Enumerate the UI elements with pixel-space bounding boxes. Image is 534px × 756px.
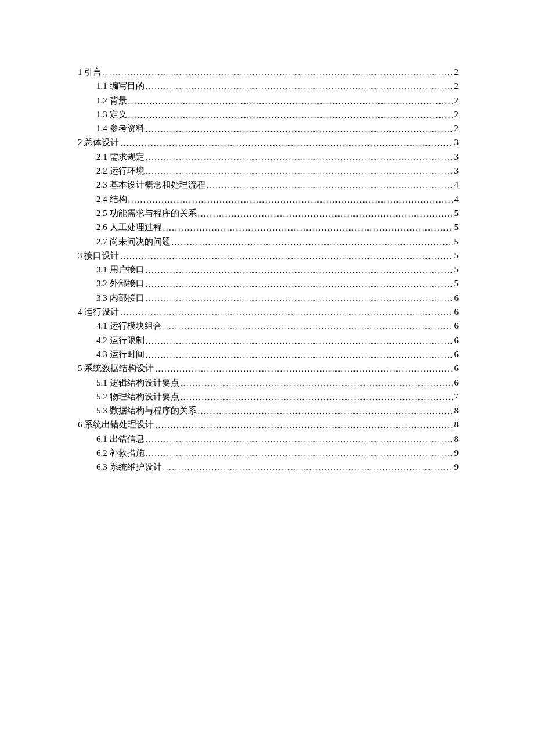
toc-entry: 1.1 编写目的2	[96, 79, 459, 93]
toc-entry-title: 2.6 人工处理过程	[96, 220, 162, 234]
toc-entry-page: 2	[454, 107, 459, 121]
toc-entry: 1.4 参考资料2	[96, 121, 459, 135]
toc-entry-title: 3.2 外部接口	[96, 276, 145, 290]
toc-entry-page: 3	[454, 150, 459, 164]
toc-leader-dots	[120, 249, 453, 263]
toc-entry-title: 2.2 运行环境	[96, 164, 145, 178]
toc-entry-title: 5.1 逻辑结构设计要点	[96, 376, 179, 390]
toc-leader-dots	[128, 108, 453, 122]
toc-entry-page: 2	[454, 93, 459, 107]
toc-entry-page: 8	[454, 432, 459, 446]
toc-entry-title: 2.4 结构	[96, 192, 127, 206]
toc-leader-dots	[146, 291, 453, 305]
toc-entry-title: 3.3 内部接口	[96, 291, 145, 305]
toc-leader-dots	[146, 447, 453, 460]
toc-leader-dots	[181, 390, 453, 404]
toc-entry: 2 总体设计3	[78, 135, 459, 149]
toc-entry: 5.3 数据结构与程序的关系8	[96, 404, 459, 417]
toc-leader-dots	[103, 66, 453, 80]
toc-entry-title: 2.3 基本设计概念和处理流程	[96, 178, 205, 192]
toc-entry-page: 6	[454, 291, 459, 305]
toc-entry-page: 4	[454, 192, 459, 206]
toc-leader-dots	[198, 207, 453, 221]
toc-entry-title: 6 系统出错处理设计	[78, 417, 154, 431]
toc-entry: 6.2 补救措施9	[96, 446, 459, 460]
toc-leader-dots	[146, 433, 453, 447]
toc-entry-title: 1.1 编写目的	[96, 79, 145, 93]
toc-entry-title: 6.1 出错信息	[96, 432, 145, 446]
toc-entry-page: 5	[454, 220, 459, 234]
toc-leader-dots	[146, 263, 453, 277]
toc-entry: 5.2 物理结构设计要点7	[96, 390, 459, 404]
toc-entry: 5 系统数据结构设计6	[78, 361, 459, 375]
toc-entry: 3 接口设计5	[78, 249, 459, 262]
toc-leader-dots	[128, 193, 453, 207]
toc-leader-dots	[146, 150, 453, 164]
toc-entry: 4 运行设计6	[78, 305, 459, 319]
toc-entry-page: 2	[454, 79, 459, 93]
toc-entry-title: 4.3 运行时间	[96, 347, 145, 361]
toc-entry-title: 4.1 运行模块组合	[96, 319, 162, 333]
toc-entry-page: 8	[454, 404, 459, 417]
toc-entry: 6.1 出错信息8	[96, 432, 459, 446]
toc-entry-page: 9	[454, 460, 459, 474]
toc-entry-page: 6	[454, 333, 459, 347]
toc-leader-dots	[146, 80, 453, 93]
toc-entry: 5.1 逻辑结构设计要点6	[96, 376, 459, 390]
document-page: 1 引言21.1 编写目的21.2 背景21.3 定义21.4 参考资料22 总…	[0, 0, 534, 474]
toc-leader-dots	[146, 122, 453, 136]
toc-leader-dots	[128, 94, 453, 108]
toc-entry-page: 5	[454, 235, 459, 249]
toc-entry-page: 6	[454, 319, 459, 333]
toc-entry-title: 6.2 补救措施	[96, 446, 145, 460]
toc-entry-page: 2	[454, 65, 459, 79]
toc-leader-dots	[172, 235, 453, 249]
toc-entry-title: 2.1 需求规定	[96, 150, 145, 164]
toc-entry: 4.3 运行时间6	[96, 347, 459, 361]
toc-entry: 2.1 需求规定3	[96, 150, 459, 164]
toc-entry-title: 3.1 用户接口	[96, 262, 145, 276]
toc-entry: 1.2 背景2	[96, 93, 459, 107]
toc-entry-page: 6	[454, 305, 459, 319]
toc-entry-title: 5 系统数据结构设计	[78, 361, 154, 375]
toc-entry-title: 1.3 定义	[96, 107, 127, 121]
toc-entry: 2.3 基本设计概念和处理流程4	[96, 178, 459, 192]
toc-leader-dots	[146, 277, 453, 291]
toc-entry-page: 7	[454, 390, 459, 404]
toc-entry-page: 9	[454, 446, 459, 460]
toc-leader-dots	[198, 404, 453, 418]
toc-entry-title: 6.3 系统维护设计	[96, 460, 162, 474]
toc-entry-title: 2.5 功能需求与程序的关系	[96, 206, 197, 220]
toc-leader-dots	[120, 305, 453, 319]
toc-entry: 2.7 尚未问决的问题5	[96, 235, 459, 249]
toc-entry-title: 3 接口设计	[78, 249, 119, 262]
toc-entry-title: 1.4 参考资料	[96, 121, 145, 135]
toc-entry-page: 5	[454, 249, 459, 262]
toc-entry-page: 2	[454, 121, 459, 135]
toc-leader-dots	[163, 319, 453, 333]
toc-entry-title: 5.3 数据结构与程序的关系	[96, 404, 197, 417]
toc-entry: 3.2 外部接口5	[96, 276, 459, 290]
toc-entry: 3.3 内部接口6	[96, 291, 459, 305]
toc-entry: 3.1 用户接口5	[96, 262, 459, 276]
toc-leader-dots	[155, 362, 453, 376]
toc-entry-page: 6	[454, 376, 459, 390]
toc-entry-page: 4	[454, 178, 459, 192]
toc-entry-title: 2.7 尚未问决的问题	[96, 235, 171, 249]
toc-entry-page: 5	[454, 262, 459, 276]
toc-entry-page: 6	[454, 361, 459, 375]
toc-entry-title: 4 运行设计	[78, 305, 119, 319]
toc-entry: 2.5 功能需求与程序的关系5	[96, 206, 459, 220]
toc-entry: 1.3 定义2	[96, 107, 459, 121]
toc-leader-dots	[146, 334, 453, 348]
toc-leader-dots	[163, 460, 453, 474]
toc-entry-title: 1.2 背景	[96, 93, 127, 107]
toc-leader-dots	[120, 136, 453, 150]
toc-entry-page: 6	[454, 347, 459, 361]
table-of-contents: 1 引言21.1 编写目的21.2 背景21.3 定义21.4 参考资料22 总…	[78, 65, 459, 474]
toc-entry: 4.1 运行模块组合6	[96, 319, 459, 333]
toc-entry-title: 4.2 运行限制	[96, 333, 145, 347]
toc-leader-dots	[163, 221, 453, 235]
toc-entry-page: 3	[454, 164, 459, 178]
toc-entry: 2.2 运行环境3	[96, 164, 459, 178]
